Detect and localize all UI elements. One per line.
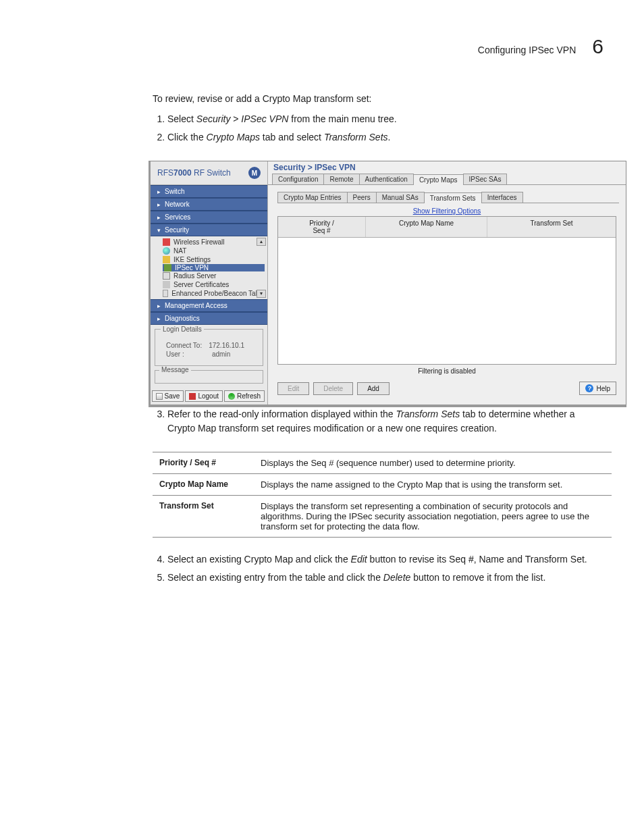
message-box: Message <box>155 370 263 384</box>
chevron-down-icon: ▾ <box>157 227 161 234</box>
refresh-icon <box>228 393 235 400</box>
product-title: RFS7000 RF Switch M <box>151 161 267 185</box>
nav-security[interactable]: ▾Security <box>151 224 267 236</box>
delete-button[interactable]: Delete <box>313 382 353 395</box>
refresh-button[interactable]: Refresh <box>224 390 265 402</box>
def-val: Displays the Seq # (sequence number) use… <box>254 452 612 474</box>
intro-text: To review, revise or add a Crypto Map tr… <box>153 93 603 104</box>
lock-icon <box>163 256 170 263</box>
key-icon <box>164 264 171 271</box>
col-transform-set[interactable]: Transform Set <box>487 217 616 237</box>
tree-radius-server[interactable]: Radius Server <box>163 271 265 280</box>
tab-authentication[interactable]: Authentication <box>359 174 414 184</box>
breadcrumb: Security > IPSec VPN <box>268 161 626 174</box>
logout-icon <box>189 393 196 400</box>
transform-sets-table: Priority / Seq # Crypto Map Name Transfo… <box>277 216 616 365</box>
tree-ipsec-vpn[interactable]: IPSec VPN <box>163 264 265 271</box>
chevron-right-icon: ▸ <box>157 214 161 221</box>
filter-status: Filtering is disabled <box>277 365 616 377</box>
def-key: Transform Set <box>153 496 254 538</box>
table-icon <box>163 290 168 297</box>
globe-icon <box>163 247 170 255</box>
subtab-manual-sas[interactable]: Manual SAs <box>376 192 425 203</box>
header-title: Configuring IPSec VPN <box>478 45 576 55</box>
help-icon: ? <box>585 384 593 392</box>
button-row: Edit Delete Add ?Help <box>268 377 626 399</box>
chevron-right-icon: ▸ <box>157 188 161 195</box>
nav-diagnostics[interactable]: ▸Diagnostics <box>151 312 267 325</box>
field-definitions-table: Priority / Seq # Displays the Seq # (seq… <box>153 452 612 538</box>
page-header: Configuring IPSec VPN 6 <box>41 35 603 58</box>
save-icon <box>156 393 163 400</box>
message-title: Message <box>159 366 191 373</box>
step-4: Select an existing Crypto Map and click … <box>167 552 603 567</box>
table-row: Crypto Map Name Displays the name assign… <box>153 474 612 496</box>
primary-tabs: Configuration Remote Authentication Cryp… <box>268 174 626 185</box>
login-title: Login Details <box>161 325 204 333</box>
chevron-right-icon: ▸ <box>157 315 161 322</box>
app-window: RFS7000 RF Switch M ▸Switch ▸Network ▸Se… <box>149 161 626 407</box>
sidebar: RFS7000 RF Switch M ▸Switch ▸Network ▸Se… <box>151 161 268 405</box>
subtab-peers[interactable]: Peers <box>347 192 377 203</box>
scroll-up-icon[interactable]: ▴ <box>257 238 266 246</box>
add-button[interactable]: Add <box>357 382 390 395</box>
scroll-down-icon[interactable]: ▾ <box>257 290 266 298</box>
tree-ike-settings[interactable]: IKE Settings <box>163 255 265 264</box>
chevron-right-icon: ▸ <box>157 303 161 309</box>
firewall-icon <box>163 238 170 246</box>
tab-ipsec-sas[interactable]: IPSec SAs <box>463 174 508 184</box>
header-chapter: 6 <box>592 35 603 58</box>
def-key: Crypto Map Name <box>153 474 254 496</box>
server-icon <box>163 272 170 280</box>
nav-services[interactable]: ▸Services <box>151 211 267 224</box>
nav-management-access[interactable]: ▸Management Access <box>151 299 267 312</box>
table-header: Priority / Seq # Crypto Map Name Transfo… <box>278 217 616 238</box>
col-crypto-map-name[interactable]: Crypto Map Name <box>366 217 487 237</box>
show-filtering-link[interactable]: Show Filtering Options <box>268 206 626 216</box>
help-button[interactable]: ?Help <box>579 382 616 395</box>
certificate-icon <box>163 281 170 288</box>
login-details: Login Details Connect To:172.16.10.1 Use… <box>155 329 263 366</box>
tab-configuration[interactable]: Configuration <box>272 174 324 184</box>
table-row: Transform Set Displays the transform set… <box>153 496 612 538</box>
edit-button[interactable]: Edit <box>277 382 309 395</box>
steps-list-cont: Refer to the read-only information displ… <box>153 407 603 436</box>
security-subtree: ▴ Wireless Firewall NAT IKE Settings IPS… <box>151 236 267 299</box>
tree-enhanced-probe[interactable]: Enhanced Probe/Beacon Table <box>163 289 265 298</box>
steps-list: Select Security > IPSec VPN from the mai… <box>153 112 603 145</box>
tab-crypto-maps[interactable]: Crypto Maps <box>413 174 464 185</box>
step-1: Select Security > IPSec VPN from the mai… <box>167 112 603 126</box>
table-row: Priority / Seq # Displays the Seq # (seq… <box>153 452 612 474</box>
logout-button[interactable]: Logout <box>185 390 223 402</box>
tree-server-certificates[interactable]: Server Certificates <box>163 280 265 289</box>
step-2: Click the Crypto Maps tab and select Tra… <box>167 130 603 145</box>
secondary-tabs: Crypto Map Entries Peers Manual SAs Tran… <box>277 192 619 203</box>
main-panel: Security > IPSec VPN Configuration Remot… <box>268 161 626 405</box>
step-3: Refer to the read-only information displ… <box>167 407 603 436</box>
col-priority-seq[interactable]: Priority / Seq # <box>278 217 366 237</box>
tree-wireless-firewall[interactable]: Wireless Firewall <box>163 238 265 246</box>
subtab-transform-sets[interactable]: Transform Sets <box>424 192 482 203</box>
steps-list-cont2: Select an existing Crypto Map and click … <box>153 552 603 585</box>
save-button[interactable]: Save <box>152 390 184 402</box>
nav-network[interactable]: ▸Network <box>151 198 267 211</box>
subtab-interfaces[interactable]: Interfaces <box>481 192 523 203</box>
def-key: Priority / Seq # <box>153 452 254 474</box>
sidebar-footer: Save Logout Refresh <box>151 388 267 405</box>
tree-nat[interactable]: NAT <box>163 246 265 255</box>
subtab-crypto-map-entries[interactable]: Crypto Map Entries <box>277 192 348 203</box>
nav-switch[interactable]: ▸Switch <box>151 185 267 198</box>
def-val: Displays the name assigned to the Crypto… <box>254 474 612 496</box>
tab-remote[interactable]: Remote <box>323 174 359 184</box>
chevron-right-icon: ▸ <box>157 201 161 208</box>
def-val: Displays the transform set representing … <box>254 496 612 538</box>
vendor-logo-icon: M <box>248 167 261 179</box>
step-5: Select an existing entry from the table … <box>167 571 603 585</box>
